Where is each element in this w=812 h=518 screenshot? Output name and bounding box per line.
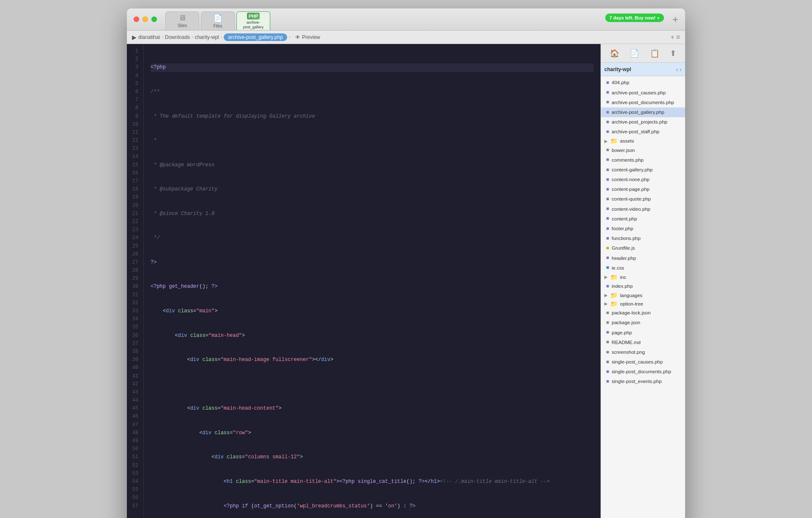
file-404[interactable]: ■ 404.php (601, 78, 685, 88)
files-label: Files (213, 24, 222, 29)
file-content[interactable]: ■ content.php (601, 214, 685, 223)
php-file-icon: ■ (606, 79, 609, 87)
folder-name: option-tree (620, 301, 643, 306)
path-active-file[interactable]: archive-post_gallery.php (224, 33, 287, 41)
folder-name: inc (620, 275, 626, 280)
file-content-quote[interactable]: ■ content-quote.php (601, 194, 685, 204)
md-file-icon: ■ (606, 338, 609, 346)
file-archive-documents[interactable]: ■ archive-post_documents.php (601, 97, 685, 107)
file-name: comments.php (612, 156, 643, 164)
file-name: 404.php (612, 79, 629, 86)
file-gruntfile[interactable]: ■ Gruntfile.js (601, 243, 685, 253)
sites-icon: 🖥 (178, 14, 186, 22)
php-file-icon: ■ (606, 234, 609, 242)
folder-arrow-icon: ▶ (604, 275, 608, 279)
path-icon: ▶ (132, 34, 137, 41)
file-readme[interactable]: ■ README.md (601, 337, 685, 347)
file-content-gallery[interactable]: ■ content-gallery.php (601, 165, 685, 175)
file-name: bower.json (612, 146, 635, 154)
file-content-video[interactable]: ■ content-video.php (601, 204, 685, 214)
php-file-icon: ■ (606, 225, 609, 233)
sites-label: Sites (178, 23, 187, 28)
nav-prev-button[interactable]: ‹ (676, 66, 678, 73)
file-name: Gruntfile.js (612, 244, 635, 252)
file-name: single-post_causes.php (612, 358, 663, 366)
editor-area: 12345 678910 1112131415 1617181920 21222… (127, 44, 601, 518)
file-ie-css[interactable]: ■ ie.css (601, 263, 685, 273)
sidebar: 🏠 📄 📋 ⬆ charity-wpl ‹ › ■ 404.php ■ arc (601, 44, 685, 518)
folder-icon: 📁 (610, 274, 617, 281)
file-single-events[interactable]: ■ single-post_events.php (601, 377, 685, 386)
sidebar-toolbar: 🏠 📄 📋 ⬆ (601, 44, 685, 63)
file-name: ie.css (612, 264, 624, 272)
file-content-page[interactable]: ■ content-page.php (601, 185, 685, 194)
png-file-icon: ■ (606, 348, 609, 356)
file-comments[interactable]: ■ comments.php (601, 155, 685, 165)
path-dianatihai[interactable]: dianatihai (138, 34, 160, 40)
folder-languages[interactable]: ▶ 📁 languages (601, 291, 685, 300)
minimize-button[interactable] (143, 17, 148, 22)
file-package-lock[interactable]: ■ package-lock.json (601, 308, 685, 318)
file-name: content.php (612, 215, 637, 223)
add-tab-button[interactable]: + (672, 14, 678, 25)
main-area: 12345 678910 1112131415 1617181920 21222… (127, 44, 685, 518)
file-icon[interactable]: 📄 (628, 47, 641, 60)
file-archive-causes[interactable]: ■ archive-post_causes.php (601, 88, 685, 97)
file-name: content-none.php (612, 176, 650, 183)
folder-assets[interactable]: ▶ 📁 assets (601, 137, 685, 145)
tabs-area: 🖥 Sites 📄 Files PHP archive-post_gallery (165, 8, 270, 30)
json-file-icon: ■ (606, 319, 609, 327)
php-file-icon: ■ (606, 176, 609, 184)
fullscreen-button[interactable] (151, 17, 157, 22)
file-archive-staff[interactable]: ■ archive-post_staff.php (601, 127, 685, 137)
nav-next-button[interactable]: › (680, 66, 682, 73)
php-file-icon: ■ (606, 205, 609, 213)
file-functions[interactable]: ■ functions.php (601, 234, 685, 243)
path-preview[interactable]: 👁 Preview (295, 34, 320, 40)
menu-icon[interactable]: ≡ (676, 33, 680, 41)
file-content-none[interactable]: ■ content-none.php (601, 175, 685, 185)
note-icon[interactable]: 📋 (648, 47, 661, 60)
traffic-lights (134, 17, 157, 22)
file-page[interactable]: ■ page.php (601, 328, 685, 337)
pathbar-right: + ≡ (670, 33, 680, 41)
path-charity[interactable]: charity-wpl (195, 34, 219, 40)
sidebar-nav: charity-wpl ‹ › (601, 63, 685, 76)
php-file-icon: ■ (606, 98, 609, 106)
php-icon: PHP (247, 13, 260, 19)
close-button[interactable] (134, 17, 139, 22)
css-file-icon: ■ (606, 264, 609, 272)
home-icon[interactable]: 🏠 (608, 47, 621, 60)
upload-icon[interactable]: ⬆ (668, 47, 678, 60)
file-screenshot[interactable]: ■ screenshot.png (601, 347, 685, 357)
code-content[interactable]: <?php /** * The default template for dis… (144, 44, 601, 518)
tab-sites[interactable]: 🖥 Sites (165, 11, 199, 30)
file-name: content-gallery.php (612, 166, 653, 174)
folder-arrow-icon: ▶ (604, 293, 608, 298)
plus-icon[interactable]: + (670, 33, 674, 41)
file-single-causes[interactable]: ■ single-post_causes.php (601, 357, 685, 367)
file-name: archive-post_gallery.php (612, 108, 664, 116)
file-header[interactable]: ■ header.php (601, 253, 685, 263)
folder-inc[interactable]: ▶ 📁 inc (601, 273, 685, 281)
tab-archive[interactable]: PHP archive-post_gallery (236, 11, 270, 30)
file-package[interactable]: ■ package.json (601, 318, 685, 328)
path-downloads[interactable]: Downloads (165, 34, 190, 40)
file-name: footer.php (612, 225, 633, 232)
file-index[interactable]: ■ index.php (601, 281, 685, 291)
folder-option-tree[interactable]: ▶ 📁 option-tree (601, 300, 685, 308)
file-name: screenshot.png (612, 348, 645, 356)
file-bower[interactable]: ■ bower.json (601, 145, 685, 155)
file-archive-gallery[interactable]: ■ archive-post_gallery.php (601, 107, 685, 117)
file-tree: ■ 404.php ■ archive-post_causes.php ■ ar… (601, 76, 685, 518)
php-file-icon: ■ (606, 128, 609, 136)
file-footer[interactable]: ■ footer.php (601, 224, 685, 234)
editor-content[interactable]: 12345 678910 1112131415 1617181920 21222… (127, 44, 601, 518)
file-single-documents[interactable]: ■ single-post_documents.php (601, 367, 685, 377)
buy-badge[interactable]: 7 days left. Buy now! (605, 14, 664, 22)
json-file-icon: ■ (606, 146, 609, 154)
tab-files[interactable]: 📄 Files (201, 11, 235, 30)
file-archive-projects[interactable]: ■ archive-post_projects.php (601, 117, 685, 127)
php-file-icon: ■ (606, 166, 609, 174)
eye-icon: 👁 (295, 34, 300, 40)
